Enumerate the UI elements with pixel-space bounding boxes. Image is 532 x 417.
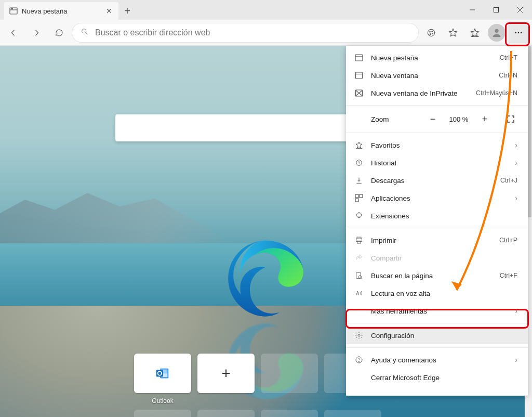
close-tab-icon[interactable]: ✕ [106,7,112,15]
menu-label: Cerrar Microsoft Edge [371,374,517,382]
menu-label: Extensiones [371,212,517,220]
read-aloud-icon [354,289,364,297]
svg-line-9 [86,32,88,34]
quick-link-outlook[interactable] [134,354,191,393]
refresh-button[interactable] [49,22,70,43]
chevron-right-icon: › [515,307,517,315]
chevron-right-icon: › [515,194,517,202]
menu-separator [346,347,528,348]
zoom-in-button[interactable]: + [476,111,494,127]
edge-logo-icon [226,238,307,319]
menu-shortcut: Ctrl+N [499,72,517,79]
menu-new-tab[interactable]: Nueva pestaña Ctrl+T [346,49,528,67]
favorite-star-icon[interactable] [443,22,463,43]
svg-point-13 [432,33,433,34]
search-icon [81,28,89,38]
menu-history[interactable]: Historial › [346,154,528,172]
menu-separator [346,228,528,228]
zoom-out-button[interactable]: − [424,111,442,127]
menu-apps[interactable]: Aplicaciones › [346,189,528,207]
menu-more-tools[interactable]: Más herramientas › [346,302,528,320]
menu-label: Compartir [371,254,517,262]
share-icon [354,254,364,262]
svg-point-10 [428,29,434,36]
browser-tab[interactable]: Nueva pestaña ✕ [4,2,118,20]
quick-links-row-2 [134,410,381,417]
quick-link-label: Outlook [134,397,191,405]
tab-title: Nueva pestaña [22,7,67,15]
menu-label: Buscar en la página [371,272,493,280]
svg-rect-35 [357,237,361,239]
maximize-button[interactable] [484,0,508,20]
window-icon [354,71,364,80]
menu-extensions[interactable]: Extensiones [346,207,528,225]
menu-close-edge[interactable]: Cerrar Microsoft Edge [346,369,528,386]
forward-button[interactable] [26,22,47,43]
close-window-button[interactable] [508,0,532,20]
svg-line-40 [361,278,362,279]
zoom-label: Zoom [354,115,419,123]
gear-icon [354,331,364,340]
tracking-prevention-icon[interactable] [421,22,442,43]
menu-read-aloud[interactable]: Lectura en voz alta [346,284,528,302]
address-bar[interactable]: Buscar o escribir dirección web [72,23,419,43]
fullscreen-button[interactable] [502,111,520,127]
svg-point-17 [515,32,516,33]
svg-rect-33 [360,194,363,198]
inprivate-icon [354,89,364,97]
svg-rect-5 [494,8,499,12]
menu-label: Nueva ventana de InPrivate [371,89,469,97]
menu-label: Favoritos [371,141,508,149]
back-button[interactable] [3,22,24,43]
svg-rect-27 [356,72,363,79]
newtab-page-icon [9,7,18,15]
menu-downloads[interactable]: Descargas Ctrl+J [346,172,528,189]
menu-label: Historial [371,159,508,167]
minimize-button[interactable] [460,0,484,20]
titlebar: Nueva pestaña ✕ + [0,0,532,20]
menu-label: Imprimir [371,237,492,244]
svg-point-2 [11,9,12,9]
svg-point-41 [358,334,360,336]
quick-link-add[interactable]: + [197,354,255,393]
profile-button[interactable] [486,22,507,43]
menu-label: Descargas [371,177,493,185]
menu-shortcut: Ctrl+P [499,237,517,244]
star-icon [354,141,364,149]
apps-icon [354,194,364,202]
menu-help[interactable]: Ayuda y comentarios › [346,351,528,369]
window-controls [460,0,532,20]
quick-link-placeholder [134,410,191,417]
quick-link-placeholder [324,410,381,417]
svg-point-16 [495,29,498,32]
menu-label: Lectura en voz alta [371,290,517,297]
newtab-icon [354,54,364,62]
svg-point-39 [358,276,361,278]
menu-zoom: Zoom − 100 % + [346,109,528,129]
extensions-icon [354,212,364,220]
new-tab-button[interactable]: + [118,2,136,20]
menu-shortcut: Ctrl+T [500,54,517,61]
address-placeholder: Buscar o escribir dirección web [95,28,210,37]
menu-label: Nueva pestaña [371,54,493,62]
history-icon [354,159,364,167]
svg-point-43 [358,361,359,362]
svg-point-19 [521,32,522,33]
menu-favorites[interactable]: Favoritos › [346,136,528,154]
svg-point-3 [12,9,13,9]
menu-shortcut: Ctrl+J [500,177,517,184]
menu-new-inprivate[interactable]: Nueva ventana de InPrivate Ctrl+Mayús+N [346,84,528,102]
favorites-list-icon[interactable] [464,22,485,43]
menu-find[interactable]: Buscar en la página Ctrl+F [346,267,528,284]
menu-new-window[interactable]: Nueva ventana Ctrl+N [346,67,528,84]
help-icon [354,356,364,364]
menu-label: Aplicaciones [371,194,508,202]
menu-settings[interactable]: Configuración [346,327,528,344]
quick-link-placeholder [261,354,318,393]
menu-print[interactable]: Imprimir Ctrl+P [346,231,528,249]
menu-label: Más herramientas [371,307,508,315]
outlook-icon [155,366,170,381]
find-icon [354,271,364,280]
settings-menu-button[interactable] [508,22,529,43]
svg-point-18 [518,32,519,33]
